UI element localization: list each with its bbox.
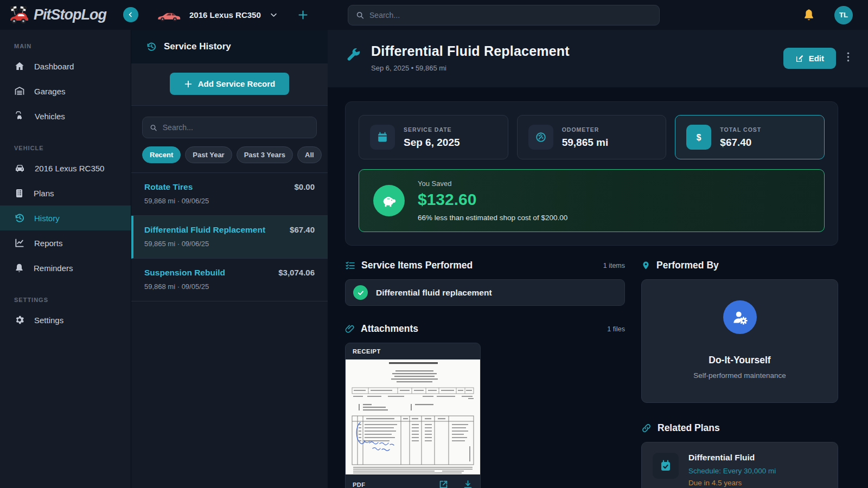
performed-by-card: Do-It-Yourself Self-performed maintenanc… bbox=[641, 279, 838, 403]
plan-name: Differential Fluid bbox=[688, 453, 776, 463]
edit-button[interactable]: Edit bbox=[783, 48, 836, 69]
sidebar-item-label: 2016 Lexus RC350 bbox=[35, 164, 104, 173]
add-vehicle-button[interactable] bbox=[297, 9, 309, 21]
sidebar-section-vehicle: VEHICLE bbox=[0, 136, 131, 156]
service-history-panel: Service History Add Service Record Recen… bbox=[131, 30, 328, 488]
sidebar-section-main: MAIN bbox=[0, 34, 131, 54]
sidebar-item-dashboard[interactable]: Dashboard bbox=[0, 54, 131, 79]
record-title: Differential Fluid Replacement bbox=[144, 225, 265, 235]
user-avatar[interactable]: TL bbox=[834, 6, 853, 24]
page-title: Differential Fluid Replacement bbox=[371, 43, 570, 59]
stat-value: 59,865 mi bbox=[562, 137, 609, 149]
section-title: Related Plans bbox=[658, 422, 720, 434]
open-external-icon[interactable] bbox=[438, 479, 449, 488]
chart-icon bbox=[14, 237, 25, 248]
home-icon bbox=[14, 61, 25, 72]
notifications-bell-icon[interactable] bbox=[803, 9, 815, 22]
app-title: PitStopLog bbox=[34, 7, 106, 23]
filter-past-year[interactable]: Past Year bbox=[185, 146, 232, 163]
page-subtitle: Sep 6, 2025 • 59,865 mi bbox=[371, 64, 570, 72]
sidebar-item-garages[interactable]: Garages bbox=[0, 79, 131, 104]
sidebar-section-settings: SETTINGS bbox=[0, 288, 131, 307]
overview-card: SERVICE DATE Sep 6, 2025 ODOMETER 59,865… bbox=[345, 101, 838, 246]
record-cost: $67.40 bbox=[290, 225, 315, 234]
filter-recent[interactable]: Recent bbox=[142, 146, 181, 163]
savings-label: You Saved bbox=[418, 179, 567, 188]
checklist-icon bbox=[345, 260, 355, 271]
add-record-strip: Add Service Record bbox=[131, 63, 328, 106]
sidebar-item-label: Reminders bbox=[34, 264, 73, 273]
related-plan-card[interactable]: Differential Fluid Schedule: Every 30,00… bbox=[641, 442, 838, 488]
attachment-card[interactable]: RECEIPT bbox=[345, 343, 481, 488]
section-count: 1 files bbox=[607, 325, 625, 333]
download-icon[interactable] bbox=[463, 479, 473, 488]
sidebar-item-label: Dashboard bbox=[34, 62, 74, 71]
service-item-text: Differential fluid replacement bbox=[376, 288, 492, 298]
stat-value: Sep 6, 2025 bbox=[404, 137, 460, 149]
paperclip-icon bbox=[345, 324, 355, 334]
add-service-record-label: Add Service Record bbox=[198, 79, 276, 88]
record-cost: $0.00 bbox=[294, 182, 315, 191]
filter-all[interactable]: All bbox=[297, 146, 322, 163]
sidebar-item-vehicles[interactable]: Vehicles bbox=[0, 104, 131, 129]
record-rotate-tires[interactable]: Rotate Tires $0.00 59,868 mi · 09/06/25 bbox=[131, 173, 328, 216]
link-icon bbox=[641, 423, 652, 433]
racing-car-logo-icon bbox=[8, 4, 29, 26]
vehicle-selector[interactable]: 2016 Lexus RC350 bbox=[157, 9, 278, 22]
record-title: Suspension Rebuild bbox=[144, 268, 225, 278]
stat-service-date: SERVICE DATE Sep 6, 2025 bbox=[359, 115, 508, 159]
stat-value: $67.40 bbox=[720, 137, 761, 149]
sidebar-item-label: History bbox=[34, 214, 60, 223]
service-items-header: Service Items Performed 1 items bbox=[345, 260, 625, 271]
stat-label: TOTAL COST bbox=[720, 126, 761, 133]
svg-text:$: $ bbox=[697, 133, 701, 142]
sidebar-item-reminders[interactable]: Reminders bbox=[0, 255, 131, 280]
attachment-type-label: PDF bbox=[353, 481, 366, 488]
stat-label: ODOMETER bbox=[562, 126, 609, 133]
section-title: Attachments bbox=[361, 323, 418, 335]
cars-icon bbox=[14, 111, 25, 121]
more-options-kebab-icon[interactable] bbox=[845, 48, 852, 68]
piggy-bank-icon bbox=[373, 185, 405, 216]
sidebar-item-reports[interactable]: Reports bbox=[0, 230, 131, 255]
global-search[interactable] bbox=[348, 5, 660, 25]
dollar-icon: $ bbox=[686, 125, 711, 150]
section-title: Performed By bbox=[656, 260, 719, 271]
record-search-input[interactable] bbox=[163, 123, 309, 132]
edit-pencil-icon bbox=[795, 54, 804, 63]
section-title: Service Items Performed bbox=[361, 260, 473, 271]
sidebar-collapse-button[interactable] bbox=[123, 7, 138, 22]
stat-total-cost: $ TOTAL COST $67.40 bbox=[675, 115, 825, 159]
record-suspension-rebuild[interactable]: Suspension Rebuild $3,074.06 59,868 mi ·… bbox=[131, 259, 328, 301]
record-detail-header: Differential Fluid Replacement Sep 6, 20… bbox=[328, 30, 868, 87]
global-search-input[interactable] bbox=[369, 11, 652, 20]
plus-icon bbox=[297, 9, 309, 21]
car-icon bbox=[157, 9, 181, 22]
sidebar-item-settings[interactable]: Settings bbox=[0, 307, 131, 332]
record-detail: Differential Fluid Replacement Sep 6, 20… bbox=[328, 30, 868, 488]
attachment-label: RECEIPT bbox=[346, 343, 480, 359]
filter-past-3-years[interactable]: Past 3 Years bbox=[237, 146, 293, 163]
add-service-record-button[interactable]: Add Service Record bbox=[170, 73, 290, 95]
performer-description: Self-performed maintenance bbox=[653, 371, 827, 380]
calendar-icon bbox=[370, 125, 395, 150]
vehicle-selector-label: 2016 Lexus RC350 bbox=[189, 10, 261, 20]
service-item-row: Differential fluid replacement bbox=[345, 279, 625, 306]
receipt-thumbnail[interactable] bbox=[346, 359, 480, 474]
sidebar-item-label: Vehicles bbox=[35, 112, 65, 121]
plan-schedule: Schedule: Every 30,000 mi bbox=[688, 467, 776, 475]
record-list: Rotate Tires $0.00 59,868 mi · 09/06/25 … bbox=[131, 172, 328, 301]
sidebar-item-history[interactable]: History bbox=[0, 206, 131, 230]
diy-user-gear-icon bbox=[723, 300, 757, 334]
bell-icon bbox=[14, 262, 24, 273]
panel-title: Service History bbox=[164, 41, 231, 52]
record-differential-fluid[interactable]: Differential Fluid Replacement $67.40 59… bbox=[131, 216, 328, 259]
sidebar-item-label: Settings bbox=[34, 316, 63, 325]
record-filters: Recent Past Year Past 3 Years All bbox=[131, 138, 328, 172]
record-search[interactable] bbox=[142, 117, 317, 138]
sidebar-item-current-vehicle[interactable]: 2016 Lexus RC350 bbox=[0, 156, 131, 181]
map-pin-icon bbox=[641, 260, 650, 271]
sidebar-item-plans[interactable]: Plans bbox=[0, 181, 131, 206]
savings-banner: You Saved $132.60 66% less than estimate… bbox=[359, 169, 825, 232]
plan-due: Due in 4.5 years bbox=[688, 479, 776, 487]
